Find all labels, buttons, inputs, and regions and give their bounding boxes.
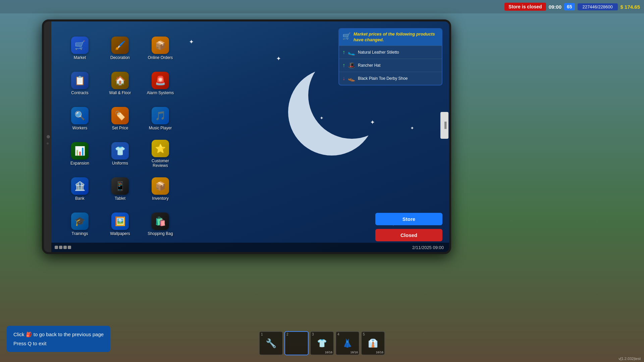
app-expansion[interactable]: 📊 Expansion xyxy=(61,137,98,171)
hat-icon: 🎩 xyxy=(348,62,355,69)
hat-arrow-icon: ↑ xyxy=(342,62,345,68)
tablet-label: Tablet xyxy=(115,196,125,201)
expansion-label: Expansion xyxy=(70,161,89,166)
taskbar-slot-3-label: 16/16 xyxy=(325,351,332,354)
set-price-label: Set Price xyxy=(112,126,128,130)
trainings-label: Trainings xyxy=(72,231,88,236)
closed-button[interactable]: Closed xyxy=(375,229,442,241)
shopping-bag-label: Shopping Bag xyxy=(148,231,173,236)
tablet-icon: 📱 xyxy=(111,177,129,195)
home-dot-4 xyxy=(68,246,71,249)
online-orders-icon: 📦 xyxy=(152,37,169,54)
app-customer-reviews[interactable]: ⭐ Customer Reviews xyxy=(142,137,179,171)
contracts-icon: 📋 xyxy=(71,72,89,89)
decoration-label: Decoration xyxy=(110,55,130,60)
hint-line-2: Press Q to exit xyxy=(13,339,104,348)
app-workers[interactable]: 🔍 Workers xyxy=(61,102,98,135)
wallpapers-icon: 🖼️ xyxy=(111,213,129,230)
stiletto-icon: 🥿 xyxy=(348,49,355,56)
tablet-bottom-bar: 2/11/2025 09:00 xyxy=(51,243,449,252)
uniforms-icon: 👕 xyxy=(111,142,129,160)
app-market[interactable]: 🛒 Market xyxy=(61,32,98,65)
stiletto-name: Natural Leather Stiletto xyxy=(358,50,438,55)
tablet-datetime: 2/11/2025 09:00 xyxy=(412,245,444,250)
home-dot-2 xyxy=(59,246,62,249)
shoe-arrow-icon: ↓ xyxy=(342,75,345,81)
wall-floor-icon: 🏠 xyxy=(111,72,129,89)
shoe-icon: 👞 xyxy=(348,75,355,82)
hud-xp-bar: 227446/228600 xyxy=(578,3,618,10)
bottom-hint-box: Click 🎒 to go back to the previous page … xyxy=(7,326,110,352)
bank-label: Bank xyxy=(75,196,84,201)
app-uniforms[interactable]: 👕 Uniforms xyxy=(102,137,139,171)
taskbar-slot-1[interactable]: 1 🔧 xyxy=(259,331,283,355)
store-status-badge: Store is closed xyxy=(504,3,546,11)
app-bank[interactable]: 🏦 Bank xyxy=(61,172,98,206)
set-price-icon: 🏷️ xyxy=(111,107,129,124)
app-wall-floor[interactable]: 🏠 Wall & Floor xyxy=(102,67,139,100)
alarm-systems-icon: 🚨 xyxy=(152,72,169,89)
market-panel-cart-icon: 🛒 xyxy=(342,32,351,40)
app-music-player[interactable]: 🎵 Music Player xyxy=(142,102,179,135)
tablet-home-button[interactable] xyxy=(55,246,71,249)
decoration-icon: 🖌️ xyxy=(111,37,129,54)
music-player-label: Music Player xyxy=(149,126,172,130)
market-item-stiletto: ↑ 🥿 Natural Leather Stiletto xyxy=(339,46,442,59)
version-label: v[1.2.032|test xyxy=(619,357,641,361)
bottom-taskbar: 1 🔧 2 3 👕 16/16 4 👗 16/16 5 👔 16/16 xyxy=(259,331,385,355)
star-decoration-1: ✦ xyxy=(189,38,194,46)
star-decoration-5: ✦ xyxy=(410,125,414,131)
app-decoration[interactable]: 🖌️ Decoration xyxy=(102,32,139,65)
app-wallpapers[interactable]: 🖼️ Wallpapers xyxy=(102,207,139,241)
bank-icon: 🏦 xyxy=(71,177,89,195)
alarm-systems-label: Alarm Systems xyxy=(147,90,174,95)
taskbar-slot-4[interactable]: 4 👗 16/16 xyxy=(335,331,360,355)
tablet-frame: ✦ ✦ ✦ ✦ ✦ ✦ 🛒 Market xyxy=(42,19,451,254)
stiletto-arrow-icon: ↑ xyxy=(342,49,345,55)
market-panel-title: Market prices of the following products … xyxy=(354,32,438,43)
taskbar-slot-2[interactable]: 2 xyxy=(284,331,309,355)
taskbar-slot-3-number: 3 xyxy=(312,333,314,336)
store-button[interactable]: Store xyxy=(375,213,442,225)
taskbar-slot-3[interactable]: 3 👕 16/16 xyxy=(310,331,334,355)
inventory-icon: 📦 xyxy=(152,177,169,195)
app-set-price[interactable]: 🏷️ Set Price xyxy=(102,102,139,135)
top-hud: Store is closed 09:00 65 227446/228600 $… xyxy=(0,0,644,13)
taskbar-slot-4-label: 16/16 xyxy=(350,351,358,354)
app-tablet[interactable]: 📱 Tablet xyxy=(102,172,139,206)
market-item-hat: ↑ 🎩 Rancher Hat xyxy=(339,59,442,72)
app-alarm-systems[interactable]: 🚨 Alarm Systems xyxy=(142,67,179,100)
tablet-camera xyxy=(47,135,50,138)
scroll-right-button[interactable]: ▐ xyxy=(440,112,448,139)
shopping-bag-icon: 🛍️ xyxy=(152,213,169,230)
taskbar-slot-4-number: 4 xyxy=(337,333,339,336)
online-orders-label: Online Orders xyxy=(148,55,173,60)
taskbar-slot-3-icon: 👕 xyxy=(317,339,327,348)
workers-icon: 🔍 xyxy=(71,107,89,124)
uniforms-label: Uniforms xyxy=(112,161,128,166)
taskbar-slot-2-number: 2 xyxy=(286,333,288,336)
home-dot-3 xyxy=(63,246,67,249)
hud-money: $ 174.65 xyxy=(621,4,640,10)
app-contracts[interactable]: 📋 Contracts xyxy=(61,67,98,100)
app-online-orders[interactable]: 📦 Online Orders xyxy=(142,32,179,65)
hat-name: Rancher Hat xyxy=(358,63,438,68)
tablet-camera-dot xyxy=(47,142,49,144)
taskbar-slot-1-number: 1 xyxy=(261,333,263,336)
app-trainings[interactable]: 🎓 Trainings xyxy=(61,207,98,241)
customer-reviews-icon: ⭐ xyxy=(152,140,169,157)
taskbar-slot-5-number: 5 xyxy=(363,333,365,336)
taskbar-slot-5-label: 16/16 xyxy=(376,351,383,354)
market-prices-panel: 🛒 Market prices of the following product… xyxy=(338,28,442,85)
contracts-label: Contracts xyxy=(71,90,88,95)
hint-line-1: Click 🎒 to go back to the previous page xyxy=(13,330,104,339)
music-player-icon: 🎵 xyxy=(152,107,169,124)
wall-floor-label: Wall & Floor xyxy=(109,90,131,95)
app-inventory[interactable]: 📦 Inventory xyxy=(142,172,179,206)
taskbar-slot-5[interactable]: 5 👔 16/16 xyxy=(361,331,385,355)
home-dot-1 xyxy=(55,246,58,249)
market-item-shoe: ↓ 👞 Black Plain Toe Derby Shoe xyxy=(339,72,442,85)
hud-level: 65 xyxy=(564,3,575,10)
inventory-label: Inventory xyxy=(152,196,168,201)
app-shopping-bag[interactable]: 🛍️ Shopping Bag xyxy=(142,207,179,241)
